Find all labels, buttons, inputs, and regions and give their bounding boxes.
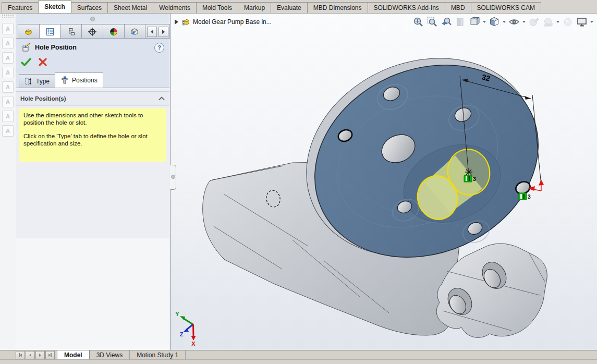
tab-mold-tools[interactable]: Mold Tools	[196, 2, 238, 13]
toolbar-grip[interactable]	[2, 15, 14, 18]
view-orientation-icon	[489, 16, 500, 28]
previous-tab-button[interactable]	[26, 351, 35, 359]
positions-tab[interactable]: Positions	[55, 72, 103, 88]
relation-badge-2[interactable]: 3	[519, 193, 531, 200]
flyout-tree-arrow-icon[interactable]	[175, 19, 178, 25]
orientation-triad[interactable]: Y Z X	[175, 311, 196, 347]
tab-mbd[interactable]: MBD	[445, 2, 471, 13]
next-tab-button[interactable]	[35, 351, 45, 359]
dimxpertmanager-tab[interactable]	[81, 24, 103, 39]
tab-markup[interactable]: Markup	[238, 2, 271, 13]
panel-resize-grip[interactable]	[90, 17, 95, 21]
cam-feature-tree-tab[interactable]	[124, 24, 146, 39]
positions-tab-icon	[60, 76, 69, 84]
icon-glyph: A	[6, 55, 10, 61]
relation-badge-1[interactable]: 3	[464, 175, 476, 182]
model-scene: 32 3 3	[170, 14, 597, 350]
hole-positions-group-header[interactable]: Hole Position(s)	[16, 91, 169, 106]
first-arrow-icon	[20, 354, 22, 357]
tab-solidworks-add-ins[interactable]: SOLIDWORKS Add-Ins	[368, 2, 445, 13]
featuremanager-tree-tab[interactable]	[18, 24, 40, 39]
help-glyph: ?	[157, 44, 161, 51]
propertymanager-tab[interactable]	[39, 24, 61, 39]
breadcrumb[interactable]: Model Gear Pump Base in...	[175, 18, 272, 26]
ribbon-tab-strip: Features Sketch Surfaces Sheet Metal Wel…	[0, 0, 597, 14]
zoom-to-area-button[interactable]	[426, 16, 438, 28]
view-orientation-button[interactable]	[488, 16, 501, 28]
model-tab-label: Model	[64, 351, 82, 359]
annotation-copy-icon: A	[2, 96, 14, 107]
group-header-label: Hole Position(s)	[20, 95, 159, 102]
3d-views-tab-label: 3D Views	[96, 351, 123, 359]
previous-arrow-icon	[29, 354, 31, 357]
tab-sketch[interactable]: Sketch	[38, 1, 71, 13]
icon-glyph: A	[6, 84, 10, 90]
manager-tab-bar	[16, 24, 169, 39]
section-view-icon	[455, 16, 466, 28]
view-settings-icon	[576, 16, 588, 28]
confirm-buttons	[16, 55, 47, 69]
sketch-point-asterisk[interactable]	[465, 168, 472, 176]
hide-show-items-button[interactable]	[508, 16, 520, 28]
scroll-left-icon	[151, 30, 153, 34]
tab-mbd-dimensions[interactable]: MBD Dimensions	[307, 2, 368, 13]
tab-evaluate[interactable]: Evaluate	[271, 2, 308, 13]
first-tab-button[interactable]	[16, 351, 25, 359]
graphics-viewport[interactable]: 32 3 3	[170, 14, 597, 350]
type-tab-icon	[25, 77, 33, 86]
smart-annotation-icon: A	[2, 23, 14, 34]
display-style-dropdown-icon[interactable]	[483, 21, 486, 23]
type-tab[interactable]: Type	[19, 74, 55, 88]
toolbar-divider	[1, 140, 15, 140]
hide-show-items-icon	[508, 16, 520, 28]
view-orientation-dropdown-icon[interactable]	[503, 21, 506, 23]
display-style-button[interactable]	[468, 16, 481, 28]
displaymanager-tab[interactable]	[103, 24, 125, 39]
tab-solidworks-cam[interactable]: SOLIDWORKS CAM	[471, 2, 541, 13]
view-settings-button[interactable]	[576, 16, 588, 28]
tab-features[interactable]: Features	[2, 2, 39, 13]
previous-view-button[interactable]	[440, 16, 453, 28]
cam-tree-icon	[130, 27, 139, 37]
last-tab-button[interactable]	[45, 351, 55, 359]
render-options-button[interactable]	[562, 16, 574, 28]
ok-button[interactable]	[21, 57, 31, 67]
3d-views-tab[interactable]: 3D Views	[90, 350, 130, 360]
next-arrow-icon	[39, 354, 41, 357]
panel-body: Hole Position(s) Use the dimensions and …	[16, 88, 169, 350]
manager-tabs-scroll-left-button[interactable]	[147, 27, 157, 37]
triad-x-label: X	[191, 341, 196, 347]
annotation-link-icon: A	[2, 125, 14, 137]
apply-scene-dropdown-icon[interactable]	[556, 21, 559, 23]
view-settings-dropdown-icon[interactable]	[590, 21, 593, 23]
tab-surfaces[interactable]: Surfaces	[71, 2, 108, 13]
edit-appearance-button[interactable]	[528, 16, 540, 28]
apply-scene-button[interactable]	[542, 16, 554, 28]
model-tab[interactable]: Model	[57, 350, 90, 360]
tab-sheet-metal[interactable]: Sheet Metal	[107, 2, 153, 13]
render-options-icon	[562, 16, 574, 28]
manager-tab-underline	[16, 38, 169, 39]
motion-study-tab[interactable]: Motion Study 1	[130, 350, 186, 360]
icon-glyph: A	[6, 128, 10, 134]
triad-y-label: Y	[175, 311, 179, 317]
last-bar-icon	[51, 353, 52, 357]
part-document-icon	[181, 18, 190, 26]
hole-wizard-icon	[21, 42, 31, 53]
tab-weldments[interactable]: Weldments	[153, 2, 197, 13]
info-message-paragraph-2: Click on the 'Type' tab to define the ho…	[23, 133, 162, 147]
cancel-button[interactable]	[38, 57, 47, 67]
displaymanager-icon	[109, 27, 118, 37]
featuremanager-icon	[24, 27, 33, 37]
hide-show-items-dropdown-icon[interactable]	[522, 21, 526, 23]
annotation-area-icon: A	[2, 111, 14, 122]
annotation-leader-icon: A	[2, 52, 14, 64]
display-style-icon	[469, 16, 480, 28]
configurationmanager-tab[interactable]	[60, 24, 82, 39]
edit-annotation-icon: A	[2, 38, 14, 49]
manager-tabs-scroll-right-button[interactable]	[159, 27, 168, 37]
zoom-to-fit-button[interactable]	[412, 16, 424, 28]
help-button[interactable]: ?	[154, 43, 164, 53]
section-view-button[interactable]	[454, 16, 467, 28]
collapse-chevron-icon	[159, 96, 165, 101]
